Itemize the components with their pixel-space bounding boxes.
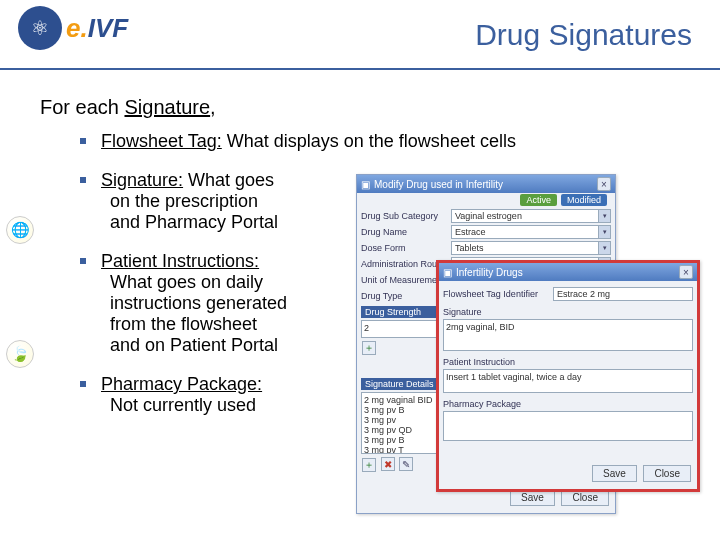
dialog-title: Modify Drug used in Infertility (374, 179, 597, 190)
label-drug-category: Drug Sub Category (361, 211, 451, 221)
add-icon[interactable]: ＋ (362, 341, 376, 355)
lead-word: Signature (124, 96, 210, 118)
patient-instruction-value: Insert 1 tablet vaginal, twice a day (446, 372, 690, 382)
field-drug-category: Drug Sub Category Vaginal estrogen▾ (361, 209, 611, 223)
dialog-title: Infertility Drugs (456, 267, 679, 278)
tab-active[interactable]: Active (520, 194, 557, 206)
input-dose-form[interactable]: Tablets▾ (451, 241, 611, 255)
input-drug-category[interactable]: Vaginal estrogen▾ (451, 209, 611, 223)
edit-icon[interactable]: ✎ (399, 457, 413, 471)
logo-ivf: IVF (88, 13, 128, 43)
field-flowsheet-tag: Flowsheet Tag Identifier Estrace 2 mg (443, 287, 693, 301)
label-flowsheet-tag: Flowsheet Tag Identifier (443, 289, 553, 299)
bullet-flowsheet-tag: Flowsheet Tag: What displays on the flow… (80, 131, 720, 152)
chevron-down-icon[interactable]: ▾ (598, 226, 610, 238)
b1-label: Flowsheet Tag: (101, 131, 222, 151)
bullet-icon (80, 177, 86, 183)
label-dose-form: Dose Form (361, 243, 451, 253)
dialog-footer: Save Close (590, 462, 693, 485)
input-pharmacy-package[interactable] (443, 411, 693, 441)
b1-text: What displays on the flowsheet cells (222, 131, 516, 151)
input-signature[interactable]: 2mg vaginal, BID (443, 319, 693, 351)
close-icon[interactable]: × (597, 177, 611, 191)
label-patient-instruction: Patient Instruction (443, 357, 693, 367)
input-patient-instruction[interactable]: Insert 1 tablet vaginal, twice a day (443, 369, 693, 393)
lead-prefix: For each (40, 96, 124, 118)
globe-icon: 🌐 (6, 216, 34, 244)
b2-label: Signature: (101, 170, 183, 190)
tab-modified[interactable]: Modified (561, 194, 607, 206)
dialog-titlebar: ▣ Modify Drug used in Infertility × (357, 175, 615, 193)
logo-badge-icon: ⚛ (18, 6, 62, 50)
signature-value: 2mg vaginal, BID (446, 322, 690, 332)
square-icon: ▣ (443, 267, 452, 278)
b2-text-a: What goes (183, 170, 274, 190)
b3-label: Patient Instructions: (101, 251, 259, 271)
chevron-down-icon[interactable]: ▾ (598, 210, 610, 222)
leaf-icon: 🍃 (6, 340, 34, 368)
delete-icon[interactable]: ✖ (381, 457, 395, 471)
dialog-tabs: ActiveModified (357, 193, 615, 207)
field-dose-form: Dose Form Tablets▾ (361, 241, 611, 255)
close-button[interactable]: Close (643, 465, 691, 482)
logo-e: e. (66, 13, 88, 43)
label-drug-name: Drug Name (361, 227, 451, 237)
square-icon: ▣ (361, 179, 370, 190)
input-flowsheet-tag[interactable]: Estrace 2 mg (553, 287, 693, 301)
b4-label: Pharmacy Package: (101, 374, 262, 394)
logo-text: e.IVF (66, 13, 128, 44)
infertility-drugs-dialog: ▣ Infertility Drugs × Flowsheet Tag Iden… (436, 260, 700, 492)
lead-suffix: , (210, 96, 216, 118)
lead-line: For each Signature, (40, 96, 720, 119)
save-button[interactable]: Save (592, 465, 637, 482)
logo: ⚛ e.IVF (18, 6, 128, 50)
field-drug-name: Drug Name Estrace▾ (361, 225, 611, 239)
bullet-icon (80, 381, 86, 387)
bullet-icon (80, 138, 86, 144)
add-icon[interactable]: ＋ (362, 458, 376, 472)
dialog-titlebar: ▣ Infertility Drugs × (439, 263, 697, 281)
close-icon[interactable]: × (679, 265, 693, 279)
label-signature: Signature (443, 307, 693, 317)
input-drug-name[interactable]: Estrace▾ (451, 225, 611, 239)
slide-title: Drug Signatures (475, 18, 692, 52)
label-pharmacy-package: Pharmacy Package (443, 399, 693, 409)
chevron-down-icon[interactable]: ▾ (598, 242, 610, 254)
slide-header: ⚛ e.IVF Drug Signatures (0, 0, 720, 70)
bullet-icon (80, 258, 86, 264)
